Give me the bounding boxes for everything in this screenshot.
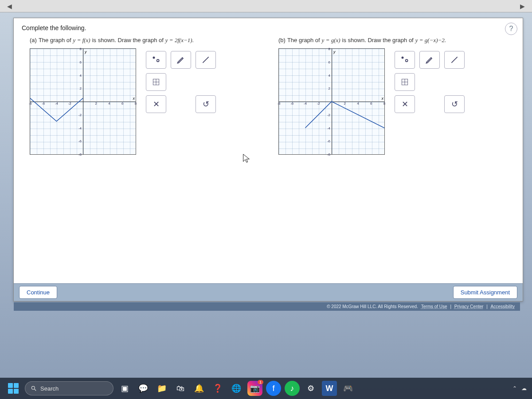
- tick-x: 6: [370, 102, 372, 106]
- instagram-icon[interactable]: 📷: [247, 381, 262, 396]
- facebook-icon[interactable]: f: [266, 381, 281, 396]
- store-icon[interactable]: 🛍: [173, 381, 188, 396]
- chat-icon[interactable]: 💬: [136, 381, 151, 396]
- tick-y: -2: [78, 113, 82, 117]
- footer: © 2022 McGraw Hill LLC. All Rights Reser…: [14, 302, 520, 311]
- game-icon[interactable]: 🎮: [340, 381, 356, 396]
- graph-canvas-b[interactable]: y x -8 -6 -4 -2 2 4 6 8 8 6: [278, 48, 385, 155]
- segment-tool[interactable]: [444, 51, 465, 69]
- search-icon: [31, 385, 37, 391]
- terms-link[interactable]: Terms of Use: [421, 304, 447, 309]
- svg-point-1: [157, 59, 159, 62]
- undo-button[interactable]: ↺: [196, 95, 216, 113]
- part-a-prompt: (a) The graph of y = f(x) is shown. Draw…: [30, 37, 265, 44]
- point-pair-tool[interactable]: [146, 51, 166, 69]
- graph-canvas-a[interactable]: y x -8 -6 -4 -2 2 4 6 8 8 6: [30, 48, 136, 155]
- browser-toolbar: ◀ ▶: [0, 0, 532, 12]
- tick-x: 2: [344, 102, 346, 106]
- svg-line-2: [203, 57, 208, 63]
- tick-x: 8: [383, 102, 385, 106]
- tick-x: -4: [304, 102, 307, 106]
- tick-x: -8: [28, 102, 31, 106]
- svg-point-7: [406, 59, 408, 62]
- svg-point-0: [153, 57, 155, 59]
- tick-x: -6: [42, 102, 45, 106]
- task-view-icon[interactable]: ▣: [117, 381, 132, 396]
- prompt-text: is shown. Draw the graph of: [92, 37, 164, 44]
- eq-given-b: y = g(x): [322, 37, 340, 44]
- start-button[interactable]: [5, 380, 21, 396]
- undo-button[interactable]: ↺: [444, 95, 465, 113]
- tick-y: 8: [80, 47, 82, 51]
- eq-target-a: y = 2f(x−1).: [165, 37, 194, 44]
- prompt-text: The graph of: [287, 37, 320, 44]
- svg-line-8: [451, 57, 457, 63]
- browser-icon[interactable]: 🌐: [229, 381, 244, 396]
- tick-x: 6: [121, 102, 123, 106]
- accessibility-link[interactable]: Accessibility: [491, 304, 515, 309]
- part-b-label: (b): [278, 37, 286, 44]
- instruction-text: Complete the following.: [14, 18, 523, 34]
- tick-y: 4: [329, 73, 330, 77]
- submit-assignment-button[interactable]: Submit Assignment: [453, 286, 517, 299]
- tick-y: -8: [78, 153, 82, 156]
- tick-y: 2: [329, 86, 330, 90]
- part-b-prompt: (b) The graph of y = g(x) is shown. Draw…: [278, 37, 514, 44]
- word-icon[interactable]: W: [322, 381, 337, 396]
- part-b: (b) The graph of y = g(x) is shown. Draw…: [278, 37, 514, 155]
- tick-x: 4: [357, 102, 359, 106]
- assignment-panel: ? Complete the following. (a) The graph …: [13, 18, 523, 301]
- tick-y: -4: [327, 126, 330, 130]
- privacy-link[interactable]: Privacy Center: [454, 304, 484, 309]
- fill-grid-tool[interactable]: [395, 73, 415, 91]
- tick-y: 6: [329, 60, 330, 64]
- continue-button[interactable]: Continue: [19, 286, 57, 299]
- tick-y: 4: [80, 73, 82, 77]
- svg-point-12: [31, 386, 35, 389]
- help-button[interactable]: ?: [505, 23, 517, 35]
- prompt-text: The graph of: [39, 37, 71, 44]
- cloud-icon[interactable]: ☁: [521, 385, 527, 391]
- eq-given-a: y = f(x): [73, 37, 90, 44]
- clear-button[interactable]: ✕: [146, 95, 166, 113]
- tick-x: 8: [135, 102, 137, 106]
- tick-x: 2: [95, 102, 97, 106]
- segment-tool[interactable]: [196, 51, 216, 69]
- point-pair-tool[interactable]: [395, 51, 415, 69]
- pencil-tool[interactable]: [171, 51, 191, 69]
- app-icon[interactable]: 🔔: [192, 381, 207, 396]
- forward-button[interactable]: ▶: [517, 3, 528, 10]
- chevron-up-icon[interactable]: ⌃: [512, 385, 517, 391]
- settings-icon[interactable]: ⚙: [303, 381, 318, 396]
- tick-x: -4: [55, 102, 58, 106]
- tick-x: -8: [277, 102, 280, 106]
- tick-y: -4: [78, 126, 82, 130]
- tick-y: -6: [78, 139, 82, 143]
- search-placeholder: Search: [40, 385, 59, 392]
- part-a: (a) The graph of y = f(x) is shown. Draw…: [30, 37, 265, 155]
- tick-x: -2: [68, 102, 71, 106]
- spotify-icon[interactable]: ♪: [285, 381, 300, 396]
- copyright-text: © 2022 McGraw Hill LLC. All Rights Reser…: [327, 304, 418, 309]
- tick-y: -2: [327, 113, 330, 117]
- back-button[interactable]: ◀: [4, 3, 15, 10]
- toolbox-a: ✕ ↺: [143, 48, 219, 116]
- system-tray[interactable]: ⌃ ☁: [512, 385, 527, 391]
- prompt-text: is shown. Draw the graph of: [342, 37, 414, 44]
- tick-y: -6: [327, 139, 330, 143]
- tick-y: -8: [327, 153, 330, 156]
- tick-x: -2: [317, 102, 320, 106]
- help-app-icon[interactable]: ❓: [210, 381, 225, 396]
- part-a-label: (a): [30, 37, 37, 44]
- toolbox-b: ✕ ↺: [392, 48, 467, 116]
- file-explorer-icon[interactable]: 📁: [154, 381, 169, 396]
- tick-x: -6: [290, 102, 293, 106]
- assignment-bottom-bar: Continue Submit Assignment: [14, 283, 523, 301]
- taskbar: Search ▣ 💬 📁 🛍 🔔 ❓ 🌐 📷 f ♪ ⚙ W 🎮 ⌃ ☁: [0, 378, 532, 399]
- fill-grid-tool[interactable]: [146, 73, 166, 91]
- taskbar-search[interactable]: Search: [25, 381, 113, 395]
- clear-button[interactable]: ✕: [395, 95, 415, 113]
- tick-y: 6: [80, 60, 82, 64]
- svg-point-6: [402, 57, 404, 59]
- pencil-tool[interactable]: [419, 51, 440, 69]
